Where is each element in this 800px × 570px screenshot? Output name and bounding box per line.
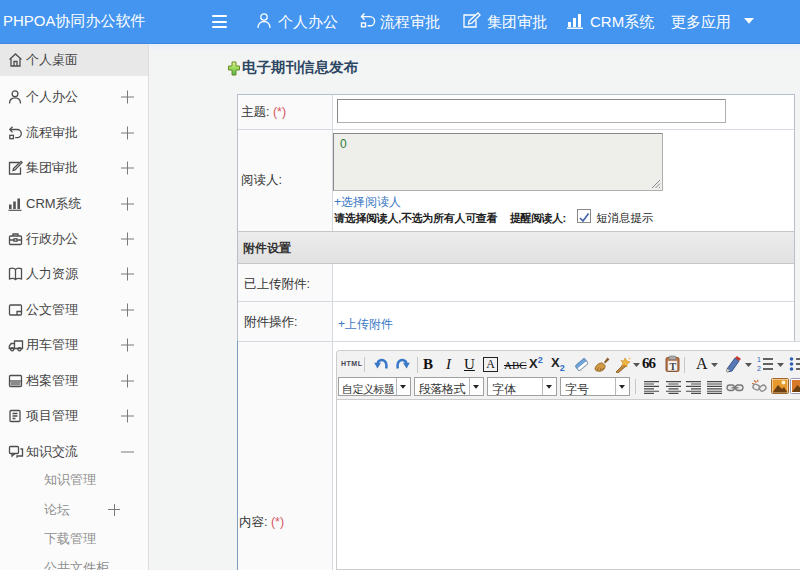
svg-text:2: 2: [757, 365, 761, 372]
svg-text:T: T: [670, 361, 677, 372]
svg-text:1: 1: [757, 356, 761, 363]
